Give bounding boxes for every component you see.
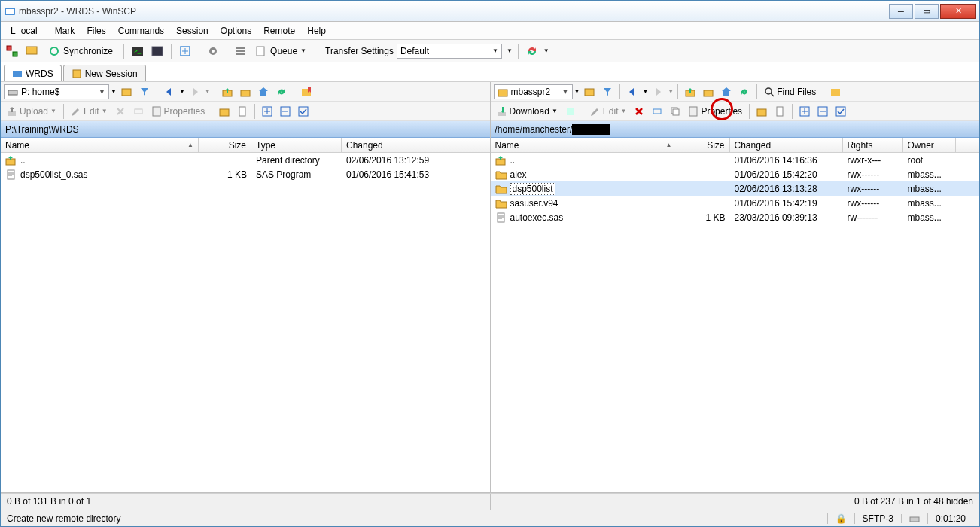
remote-rename-icon[interactable] bbox=[649, 103, 665, 120]
remote-home-icon[interactable] bbox=[718, 84, 735, 100]
synchronize-button[interactable]: Synchronize bbox=[43, 43, 118, 59]
remote-col-rights[interactable]: Rights bbox=[843, 138, 903, 152]
svg-point-41 bbox=[765, 88, 772, 94]
local-home-icon[interactable] bbox=[255, 84, 272, 100]
status-message: Create new remote directory bbox=[7, 513, 827, 524]
remote-col-changed[interactable]: Changed bbox=[730, 138, 843, 152]
file-icon bbox=[495, 212, 507, 223]
queue-list-icon[interactable] bbox=[233, 43, 249, 59]
panels: P: home$ ▼ ▼ ▼ ▼ bbox=[1, 82, 979, 493]
svg-rect-2 bbox=[7, 46, 11, 50]
remote-col-owner[interactable]: Owner bbox=[903, 138, 956, 152]
find-files-button[interactable]: Find Files bbox=[761, 85, 819, 99]
local-open-folder-icon[interactable] bbox=[118, 84, 135, 100]
table-row[interactable]: alex01/06/2016 15:42:20rwx------mbass... bbox=[491, 167, 980, 181]
local-delete-icon[interactable] bbox=[112, 103, 129, 120]
local-col-type[interactable]: Type bbox=[251, 138, 342, 152]
putty-icon[interactable] bbox=[149, 43, 166, 59]
sync-browse-icon[interactable] bbox=[23, 43, 40, 59]
remote-edit-button[interactable]: Edit▼ bbox=[587, 105, 630, 118]
remote-root-icon[interactable] bbox=[700, 84, 717, 100]
local-back-icon[interactable] bbox=[161, 84, 178, 100]
remote-col-size[interactable]: Size bbox=[677, 138, 730, 152]
console-icon[interactable]: >_ bbox=[129, 43, 146, 59]
local-file-list[interactable]: ..Parent directory02/06/2016 13:12:59dsp… bbox=[1, 153, 490, 492]
local-col-size[interactable]: Size bbox=[199, 138, 251, 152]
compare-icon[interactable] bbox=[4, 43, 20, 59]
local-drive-select[interactable]: P: home$ ▼ bbox=[4, 84, 109, 99]
session-tab-active[interactable]: WRDS bbox=[4, 65, 62, 81]
local-bookmark-icon[interactable] bbox=[298, 84, 315, 100]
local-plus-icon[interactable] bbox=[259, 103, 275, 120]
local-edit-button[interactable]: Edit▼ bbox=[68, 105, 111, 118]
local-newfile-icon[interactable] bbox=[234, 103, 251, 120]
remote-properties-button[interactable]: Properties bbox=[685, 105, 745, 118]
local-col-changed[interactable]: Changed bbox=[342, 138, 443, 152]
table-row[interactable]: dsp500list_0.sas1 KBSAS Program01/06/201… bbox=[1, 167, 490, 181]
new-window-icon[interactable] bbox=[177, 43, 193, 59]
local-rename-icon[interactable] bbox=[130, 103, 147, 120]
table-row[interactable]: ..01/06/2016 14:16:36rwxr-x---root bbox=[491, 153, 980, 167]
download-button[interactable]: Download▼ bbox=[494, 105, 561, 118]
svg-rect-44 bbox=[498, 112, 506, 116]
remote-back-icon[interactable] bbox=[624, 84, 641, 100]
remote-bookmark-icon[interactable] bbox=[827, 84, 844, 100]
menu-session[interactable]: Session bbox=[171, 23, 214, 38]
protocol: SFTP-3 bbox=[854, 513, 901, 524]
local-forward-icon[interactable] bbox=[187, 84, 203, 100]
remote-dup-icon[interactable] bbox=[667, 103, 683, 120]
local-newfolder-icon[interactable] bbox=[216, 103, 233, 120]
menu-files[interactable]: Files bbox=[81, 23, 111, 38]
remote-check-icon[interactable] bbox=[832, 103, 849, 120]
minimize-button[interactable]: ─ bbox=[889, 4, 913, 19]
remote-newfile-icon[interactable] bbox=[772, 103, 788, 120]
menu-help[interactable]: Help bbox=[302, 23, 331, 38]
remote-newfolder-icon[interactable] bbox=[753, 103, 770, 120]
remote-download2-icon[interactable] bbox=[562, 103, 579, 120]
remote-delete-icon[interactable] bbox=[631, 103, 647, 120]
menu-mark[interactable]: Mark bbox=[50, 23, 81, 38]
local-col-name[interactable]: Name▲ bbox=[1, 138, 199, 152]
statusbar: Create new remote directory 🔒 SFTP-3 0:0… bbox=[1, 510, 979, 526]
menu-commands[interactable]: Commands bbox=[113, 23, 169, 38]
remote-filter-icon[interactable] bbox=[599, 84, 616, 100]
local-refresh-icon[interactable] bbox=[273, 84, 290, 100]
local-upload-button[interactable]: Upload▼ bbox=[4, 105, 59, 118]
table-row[interactable]: autoexec.sas1 KB23/03/2016 09:39:13rw---… bbox=[491, 210, 980, 224]
local-properties-button[interactable]: Properties bbox=[148, 105, 208, 118]
remote-refresh-icon[interactable] bbox=[736, 84, 753, 100]
table-row[interactable]: sasuser.v9401/06/2016 15:42:19rwx------m… bbox=[491, 196, 980, 210]
local-filter-icon[interactable] bbox=[136, 84, 153, 100]
rename-input[interactable]: dsp500list bbox=[510, 183, 555, 195]
transfer-settings-select[interactable]: Default ▼ bbox=[397, 44, 502, 59]
local-parent-icon[interactable] bbox=[219, 84, 236, 100]
maximize-button[interactable]: ▭ bbox=[915, 4, 939, 19]
remote-col-name[interactable]: Name▲ bbox=[491, 138, 677, 152]
new-session-tab[interactable]: New Session bbox=[63, 65, 146, 81]
local-nav-toolbar: P: home$ ▼ ▼ ▼ ▼ bbox=[1, 82, 490, 102]
menu-local[interactable]: Local bbox=[5, 23, 48, 38]
table-row[interactable]: dsp500list02/06/2016 13:13:28rwx------mb… bbox=[491, 181, 980, 196]
local-minus-icon[interactable] bbox=[277, 103, 294, 120]
remote-minus-icon[interactable] bbox=[814, 103, 831, 120]
remote-file-list[interactable]: ..01/06/2016 14:16:36rwxr-x---rootalex01… bbox=[491, 153, 980, 492]
remote-action-toolbar: Download▼ Edit▼ Properties bbox=[491, 102, 980, 121]
reconnect-icon[interactable] bbox=[524, 43, 540, 59]
menu-remote[interactable]: Remote bbox=[258, 23, 300, 38]
svg-rect-26 bbox=[153, 107, 160, 116]
titlebar: mbasspr2 - WRDS - WinSCP ─ ▭ ✕ bbox=[1, 1, 979, 22]
up-icon bbox=[495, 155, 507, 166]
remote-drive-select[interactable]: mbasspr2 ▼ bbox=[494, 84, 573, 99]
remote-forward-icon[interactable] bbox=[650, 84, 666, 100]
local-check-icon[interactable] bbox=[295, 103, 312, 120]
remote-plus-icon[interactable] bbox=[796, 103, 813, 120]
remote-open-folder-icon[interactable] bbox=[581, 84, 598, 100]
svg-rect-20 bbox=[122, 89, 131, 96]
table-row[interactable]: ..Parent directory02/06/2016 13:12:59 bbox=[1, 153, 490, 167]
preferences-icon[interactable] bbox=[205, 43, 221, 59]
remote-parent-icon[interactable] bbox=[682, 84, 698, 100]
queue-button[interactable]: Queue ▼ bbox=[252, 44, 309, 59]
menu-options[interactable]: Options bbox=[215, 23, 257, 38]
close-button[interactable]: ✕ bbox=[940, 4, 976, 19]
local-root-icon[interactable] bbox=[237, 84, 254, 100]
